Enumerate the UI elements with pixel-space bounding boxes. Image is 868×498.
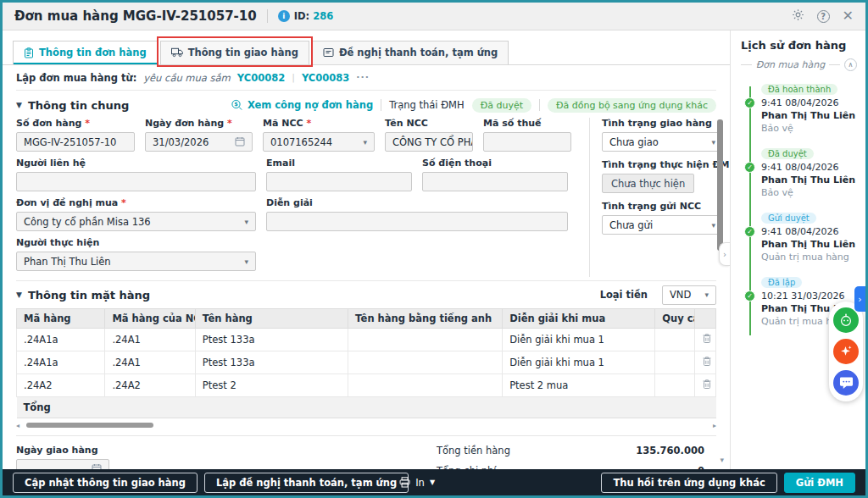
chat-button[interactable] bbox=[833, 370, 859, 396]
section-collapse-icon[interactable]: ▼ bbox=[16, 290, 22, 299]
chevron-down-icon: ▾ bbox=[708, 221, 715, 230]
delete-row-icon[interactable] bbox=[695, 374, 716, 397]
vertical-scrollbar-thumb[interactable] bbox=[717, 119, 723, 251]
calendar-icon bbox=[88, 463, 102, 470]
history-title: Lịch sử đơn hàng bbox=[741, 39, 857, 52]
contact-person-field[interactable] bbox=[16, 172, 256, 191]
tab-bar: Thông tin đơn hàng Thông tin giao hàng Đ… bbox=[3, 30, 730, 65]
order-date-field[interactable]: 31/03/2026 bbox=[145, 132, 253, 152]
horizontal-scrollbar[interactable]: ◂ ▸ bbox=[16, 420, 716, 430]
scroll-right-icon[interactable]: ▸ bbox=[708, 422, 716, 429]
delete-row-icon[interactable] bbox=[695, 351, 716, 374]
chevron-down-icon: ▾ bbox=[701, 290, 709, 299]
more-links-button[interactable]: ··· bbox=[356, 72, 370, 83]
id-label: ID: bbox=[294, 10, 309, 22]
tab-payment-request[interactable]: Đề nghị thanh toán, tạm ứng bbox=[312, 41, 509, 64]
source-request-link[interactable]: YC00082 bbox=[237, 72, 285, 84]
delivery-status-select[interactable]: Chưa giao▾ bbox=[602, 132, 723, 152]
general-form: Số đơn hàng MGG-IV-251057-10 Ngày đơn hà… bbox=[16, 118, 716, 277]
history-entry: Đã duyệt✓9:41 08/04/2026Phan Thị Thu Liê… bbox=[761, 144, 857, 198]
column-header: Tên hàng bằng tiếng anh bbox=[348, 309, 502, 329]
history-group-label: Đơn mua hàng bbox=[756, 59, 825, 70]
source-row: Lập đơn mua hàng từ: yêu cầu mua sắm YC0… bbox=[16, 65, 716, 91]
revoke-button[interactable]: Thu hồi trên ứng dụng khác bbox=[601, 473, 776, 493]
expand-panel-chevron[interactable]: › bbox=[854, 286, 865, 312]
update-delivery-button[interactable]: Cập nhật thông tin giao hàng bbox=[13, 473, 198, 493]
table-row[interactable]: .24A1a.24A1Ptest 133aDiễn giải khi mua 1 bbox=[17, 351, 716, 374]
scrollbar-thumb[interactable] bbox=[26, 423, 153, 428]
history-timestamp: ✓9:41 08/04/2026 bbox=[761, 226, 857, 237]
floating-action-stack bbox=[829, 302, 863, 401]
sidebar-collapse-handle[interactable]: › bbox=[719, 242, 730, 266]
execution-status-chip: Chưa thực hiện bbox=[602, 174, 694, 193]
chevron-down-icon: ▼ bbox=[430, 479, 435, 486]
assistant-bot-button[interactable] bbox=[833, 307, 859, 333]
status-label: Trạng thái ĐMH bbox=[389, 99, 465, 111]
purchase-order-window: Đơn mua hàng MGG-IV-251057-10 i ID: 286 … bbox=[0, 0, 868, 498]
total-row: Tổng bbox=[17, 397, 716, 418]
delete-row-icon[interactable] bbox=[695, 329, 716, 351]
info-icon: i bbox=[278, 10, 290, 22]
history-status-badge: Đã lập bbox=[761, 277, 802, 288]
history-entry: Đã hoàn thành✓9:41 08/04/2026Phan Thị Th… bbox=[761, 80, 857, 134]
check-circle-icon: ✓ bbox=[744, 226, 755, 237]
scroll-down-icon[interactable]: ▾ bbox=[720, 456, 724, 464]
status-badge: Đã duyệt bbox=[472, 98, 531, 113]
history-timeline: Đã hoàn thành✓9:41 08/04/2026Phan Thị Th… bbox=[741, 80, 857, 327]
history-role: Bảo vệ bbox=[761, 187, 857, 198]
email-field[interactable] bbox=[266, 172, 412, 191]
history-user: Phan Thị Thu Liên bbox=[761, 110, 857, 121]
currency-select[interactable]: VND▾ bbox=[662, 285, 716, 305]
purchasing-unit-select[interactable]: Công ty cổ phần Misa 136▾ bbox=[16, 212, 256, 231]
print-button[interactable]: In ▼ bbox=[398, 477, 435, 489]
send-order-button[interactable]: Gửi ĐMH bbox=[784, 473, 855, 493]
phone-field[interactable] bbox=[422, 172, 568, 191]
collapse-group-icon[interactable]: ∧ bbox=[844, 58, 857, 71]
history-timestamp: ✓9:41 08/04/2026 bbox=[761, 97, 857, 108]
history-entry: Gửi duyệt✓9:41 08/04/2026Phan Thị Thu Li… bbox=[761, 208, 857, 263]
tab-delivery-info[interactable]: Thông tin giao hàng bbox=[160, 41, 309, 64]
description-field[interactable] bbox=[266, 212, 568, 231]
total-goods-label: Tổng tiền hàng bbox=[437, 445, 510, 456]
actions-column-header bbox=[695, 309, 716, 329]
tab-order-info[interactable]: Thông tin đơn hàng bbox=[13, 41, 158, 64]
history-status-badge: Gửi duyệt bbox=[761, 213, 816, 224]
send-supplier-status-select[interactable]: Chưa gửi▾ bbox=[602, 215, 723, 235]
table-row[interactable]: .24A2.24A2Ptest 2Ptest 2 mua bbox=[17, 374, 716, 397]
main-panel: Thông tin đơn hàng Thông tin giao hàng Đ… bbox=[3, 30, 730, 469]
history-timestamp: ✓10:21 31/03/2026 bbox=[761, 290, 857, 302]
ai-sparkle-button[interactable] bbox=[833, 339, 859, 364]
svg-text:$: $ bbox=[234, 101, 238, 108]
totals-block: Tổng tiền hàng 135.760.000 Tổng chi phí … bbox=[437, 445, 716, 469]
gear-icon[interactable] bbox=[792, 8, 804, 25]
supplier-code-select[interactable]: 0107165244▾ bbox=[263, 132, 375, 152]
scroll-left-icon[interactable]: ◂ bbox=[16, 422, 25, 429]
chevron-down-icon: ▾ bbox=[359, 138, 367, 147]
history-timestamp: ✓9:41 08/04/2026 bbox=[761, 162, 857, 173]
check-circle-icon: ✓ bbox=[744, 97, 755, 108]
calendar-icon bbox=[231, 136, 245, 148]
executor-select[interactable]: Phan Thị Thu Liên▾ bbox=[16, 252, 256, 271]
page-title: Đơn mua hàng MGG-IV-251057-10 bbox=[14, 8, 257, 24]
create-payment-request-button[interactable]: Lập đề nghị thanh toán, tạm ứng bbox=[204, 473, 409, 493]
view-debt-link[interactable]: $ Xem công nợ đơn hàng bbox=[231, 99, 373, 111]
column-header: Mã hàng của NCC bbox=[105, 309, 195, 329]
total-label: Tổng bbox=[17, 397, 716, 418]
close-icon[interactable]: ✕ bbox=[843, 9, 854, 23]
chevron-down-icon: ▾ bbox=[241, 257, 248, 266]
help-icon[interactable]: ? bbox=[817, 10, 830, 23]
items-section-title: Thông tin mặt hàng bbox=[28, 289, 150, 302]
status-column: Tình trạng giao hàng Chưa giao▾ Tình trạ… bbox=[589, 118, 723, 277]
general-section-header: ▼ Thông tin chung $ Xem công nợ đơn hàng… bbox=[16, 92, 716, 118]
column-header: Mã hàng bbox=[17, 309, 105, 329]
order-content: Lập đơn mua hàng từ: yêu cầu mua sắm YC0… bbox=[3, 65, 730, 469]
tax-code-field[interactable] bbox=[483, 132, 571, 152]
delivery-date-field[interactable] bbox=[16, 459, 109, 469]
order-number-field[interactable]: MGG-IV-251057-10 bbox=[16, 132, 135, 152]
general-section-title: Thông tin chung bbox=[28, 99, 129, 112]
total-goods-value: 135.760.000 bbox=[636, 445, 704, 456]
source-request-link[interactable]: YC00083 bbox=[302, 72, 349, 84]
table-row[interactable]: .24A1a.24A1Ptest 133aDiễn giải khi mua 1 bbox=[17, 329, 716, 351]
section-collapse-icon[interactable]: ▼ bbox=[16, 101, 22, 109]
action-bar: Cập nhật thông tin giao hàng Lập đề nghị… bbox=[3, 469, 865, 495]
